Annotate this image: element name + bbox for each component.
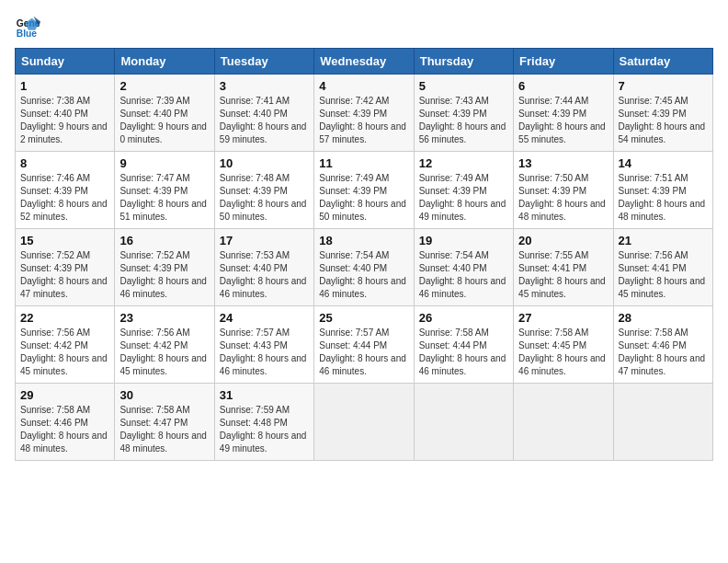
calendar-cell bbox=[514, 384, 613, 461]
day-number: 20 bbox=[518, 234, 608, 247]
calendar-cell: 18 Sunrise: 7:54 AMSunset: 4:40 PMDaylig… bbox=[314, 229, 414, 306]
logo-icon: General Blue bbox=[15, 15, 40, 40]
day-number: 3 bbox=[220, 79, 309, 93]
day-number: 10 bbox=[220, 156, 309, 170]
calendar-cell: 31 Sunrise: 7:59 AMSunset: 4:48 PMDaylig… bbox=[214, 384, 313, 461]
day-number: 7 bbox=[619, 79, 708, 93]
day-detail: Sunrise: 7:52 AMSunset: 4:39 PMDaylight:… bbox=[20, 249, 109, 301]
calendar-cell: 15 Sunrise: 7:52 AMSunset: 4:39 PMDaylig… bbox=[16, 229, 115, 306]
day-number: 5 bbox=[419, 79, 508, 93]
day-number: 1 bbox=[20, 79, 109, 93]
day-number: 23 bbox=[119, 311, 209, 325]
day-number: 21 bbox=[619, 234, 708, 247]
day-number: 18 bbox=[319, 234, 408, 247]
day-detail: Sunrise: 7:56 AMSunset: 4:42 PMDaylight:… bbox=[20, 327, 109, 378]
calendar-cell: 17 Sunrise: 7:53 AMSunset: 4:40 PMDaylig… bbox=[214, 229, 313, 306]
weekday-header: Sunday bbox=[16, 49, 115, 75]
day-number: 9 bbox=[119, 156, 209, 170]
day-number: 31 bbox=[220, 388, 309, 402]
day-number: 19 bbox=[419, 234, 508, 247]
day-detail: Sunrise: 7:52 AMSunset: 4:39 PMDaylight:… bbox=[119, 249, 209, 301]
svg-text:Blue: Blue bbox=[17, 29, 38, 39]
day-detail: Sunrise: 7:49 AMSunset: 4:39 PMDaylight:… bbox=[419, 172, 508, 224]
calendar-cell bbox=[314, 384, 414, 461]
calendar-cell: 16 Sunrise: 7:52 AMSunset: 4:39 PMDaylig… bbox=[115, 229, 214, 306]
day-detail: Sunrise: 7:44 AMSunset: 4:39 PMDaylight:… bbox=[518, 95, 608, 146]
day-detail: Sunrise: 7:45 AMSunset: 4:39 PMDaylight:… bbox=[619, 95, 708, 146]
day-number: 16 bbox=[119, 234, 209, 247]
day-detail: Sunrise: 7:53 AMSunset: 4:40 PMDaylight:… bbox=[220, 249, 309, 301]
logo: General Blue bbox=[15, 15, 44, 40]
day-detail: Sunrise: 7:58 AMSunset: 4:44 PMDaylight:… bbox=[419, 327, 508, 378]
day-number: 17 bbox=[220, 234, 309, 247]
day-number: 15 bbox=[20, 234, 109, 247]
day-number: 4 bbox=[319, 79, 408, 93]
calendar-cell: 26 Sunrise: 7:58 AMSunset: 4:44 PMDaylig… bbox=[414, 306, 513, 384]
day-number: 13 bbox=[518, 156, 608, 170]
calendar-cell: 11 Sunrise: 7:49 AMSunset: 4:39 PMDaylig… bbox=[314, 152, 414, 229]
calendar-cell: 30 Sunrise: 7:58 AMSunset: 4:47 PMDaylig… bbox=[115, 384, 214, 461]
day-detail: Sunrise: 7:57 AMSunset: 4:43 PMDaylight:… bbox=[220, 327, 309, 378]
calendar-cell: 20 Sunrise: 7:55 AMSunset: 4:41 PMDaylig… bbox=[514, 229, 613, 306]
calendar-cell: 25 Sunrise: 7:57 AMSunset: 4:44 PMDaylig… bbox=[314, 306, 414, 384]
day-detail: Sunrise: 7:58 AMSunset: 4:46 PMDaylight:… bbox=[619, 327, 708, 378]
calendar-cell: 10 Sunrise: 7:48 AMSunset: 4:39 PMDaylig… bbox=[214, 152, 313, 229]
calendar-cell: 24 Sunrise: 7:57 AMSunset: 4:43 PMDaylig… bbox=[214, 306, 313, 384]
calendar-cell: 3 Sunrise: 7:41 AMSunset: 4:40 PMDayligh… bbox=[214, 75, 313, 152]
day-detail: Sunrise: 7:56 AMSunset: 4:41 PMDaylight:… bbox=[619, 249, 708, 301]
weekday-header: Wednesday bbox=[314, 49, 414, 75]
day-detail: Sunrise: 7:48 AMSunset: 4:39 PMDaylight:… bbox=[220, 172, 309, 224]
day-detail: Sunrise: 7:46 AMSunset: 4:39 PMDaylight:… bbox=[20, 172, 109, 224]
day-detail: Sunrise: 7:42 AMSunset: 4:39 PMDaylight:… bbox=[319, 95, 408, 146]
calendar-cell: 14 Sunrise: 7:51 AMSunset: 4:39 PMDaylig… bbox=[613, 152, 712, 229]
day-detail: Sunrise: 7:58 AMSunset: 4:45 PMDaylight:… bbox=[518, 327, 608, 378]
day-number: 26 bbox=[419, 311, 508, 325]
day-detail: Sunrise: 7:55 AMSunset: 4:41 PMDaylight:… bbox=[518, 249, 608, 301]
weekday-header: Friday bbox=[514, 49, 613, 75]
day-detail: Sunrise: 7:56 AMSunset: 4:42 PMDaylight:… bbox=[119, 327, 209, 378]
calendar-cell: 8 Sunrise: 7:46 AMSunset: 4:39 PMDayligh… bbox=[16, 152, 115, 229]
day-number: 11 bbox=[319, 156, 408, 170]
day-number: 27 bbox=[518, 311, 608, 325]
calendar-cell bbox=[613, 384, 712, 461]
day-number: 30 bbox=[119, 388, 209, 402]
calendar-cell: 9 Sunrise: 7:47 AMSunset: 4:39 PMDayligh… bbox=[115, 152, 214, 229]
day-detail: Sunrise: 7:54 AMSunset: 4:40 PMDaylight:… bbox=[419, 249, 508, 301]
weekday-header: Tuesday bbox=[214, 49, 313, 75]
calendar-cell: 19 Sunrise: 7:54 AMSunset: 4:40 PMDaylig… bbox=[414, 229, 513, 306]
calendar-cell: 27 Sunrise: 7:58 AMSunset: 4:45 PMDaylig… bbox=[514, 306, 613, 384]
day-number: 24 bbox=[220, 311, 309, 325]
day-detail: Sunrise: 7:49 AMSunset: 4:39 PMDaylight:… bbox=[319, 172, 408, 224]
weekday-header: Saturday bbox=[613, 49, 712, 75]
day-number: 25 bbox=[319, 311, 408, 325]
day-number: 14 bbox=[619, 156, 708, 170]
calendar-cell: 12 Sunrise: 7:49 AMSunset: 4:39 PMDaylig… bbox=[414, 152, 513, 229]
day-detail: Sunrise: 7:39 AMSunset: 4:40 PMDaylight:… bbox=[119, 95, 209, 146]
calendar-cell: 5 Sunrise: 7:43 AMSunset: 4:39 PMDayligh… bbox=[414, 75, 513, 152]
day-number: 12 bbox=[419, 156, 508, 170]
day-detail: Sunrise: 7:58 AMSunset: 4:46 PMDaylight:… bbox=[20, 404, 109, 455]
day-detail: Sunrise: 7:59 AMSunset: 4:48 PMDaylight:… bbox=[220, 404, 309, 455]
day-number: 29 bbox=[20, 388, 109, 402]
calendar-cell: 6 Sunrise: 7:44 AMSunset: 4:39 PMDayligh… bbox=[514, 75, 613, 152]
day-number: 2 bbox=[119, 79, 209, 93]
calendar-cell bbox=[414, 384, 513, 461]
calendar-cell: 28 Sunrise: 7:58 AMSunset: 4:46 PMDaylig… bbox=[613, 306, 712, 384]
weekday-header: Monday bbox=[115, 49, 214, 75]
day-detail: Sunrise: 7:51 AMSunset: 4:39 PMDaylight:… bbox=[619, 172, 708, 224]
calendar-cell: 1 Sunrise: 7:38 AMSunset: 4:40 PMDayligh… bbox=[16, 75, 115, 152]
day-detail: Sunrise: 7:41 AMSunset: 4:40 PMDaylight:… bbox=[220, 95, 309, 146]
calendar-cell: 23 Sunrise: 7:56 AMSunset: 4:42 PMDaylig… bbox=[115, 306, 214, 384]
day-number: 6 bbox=[518, 79, 608, 93]
day-detail: Sunrise: 7:38 AMSunset: 4:40 PMDaylight:… bbox=[20, 95, 109, 146]
day-number: 28 bbox=[619, 311, 708, 325]
calendar-cell: 21 Sunrise: 7:56 AMSunset: 4:41 PMDaylig… bbox=[613, 229, 712, 306]
day-detail: Sunrise: 7:47 AMSunset: 4:39 PMDaylight:… bbox=[119, 172, 209, 224]
day-detail: Sunrise: 7:58 AMSunset: 4:47 PMDaylight:… bbox=[119, 404, 209, 455]
day-detail: Sunrise: 7:43 AMSunset: 4:39 PMDaylight:… bbox=[419, 95, 508, 146]
day-detail: Sunrise: 7:54 AMSunset: 4:40 PMDaylight:… bbox=[319, 249, 408, 301]
calendar-cell: 2 Sunrise: 7:39 AMSunset: 4:40 PMDayligh… bbox=[115, 75, 214, 152]
calendar-cell: 22 Sunrise: 7:56 AMSunset: 4:42 PMDaylig… bbox=[16, 306, 115, 384]
weekday-header: Thursday bbox=[414, 49, 513, 75]
calendar-cell: 29 Sunrise: 7:58 AMSunset: 4:46 PMDaylig… bbox=[16, 384, 115, 461]
